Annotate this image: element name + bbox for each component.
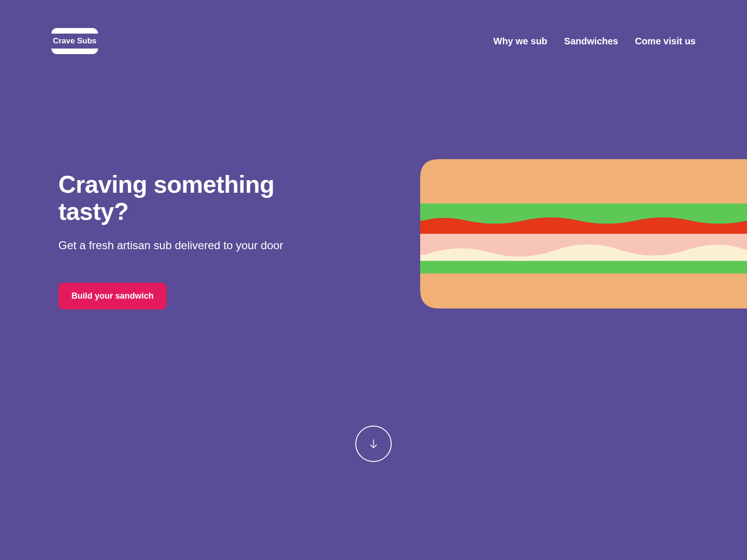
sandwich-bun-top-icon bbox=[51, 28, 98, 34]
nav-link-visit[interactable]: Come visit us bbox=[635, 36, 696, 47]
brand-name: Crave Subs bbox=[53, 34, 97, 49]
hero-subtitle: Get a fresh artisan sub delivered to you… bbox=[58, 236, 301, 255]
nav-link-sandwiches[interactable]: Sandwiches bbox=[564, 36, 618, 47]
nav-link-why[interactable]: Why we sub bbox=[493, 36, 548, 47]
hero-copy: Craving something tasty? Get a fresh art… bbox=[58, 171, 301, 309]
hero-section: Craving something tasty? Get a fresh art… bbox=[0, 171, 747, 309]
header: Crave Subs Why we sub Sandwiches Come vi… bbox=[0, 0, 747, 54]
build-sandwich-button[interactable]: Build your sandwich bbox=[58, 283, 167, 309]
sandwich-illustration bbox=[420, 159, 747, 308]
brand-logo[interactable]: Crave Subs bbox=[51, 28, 98, 54]
scroll-down-button[interactable] bbox=[355, 426, 392, 462]
primary-nav: Why we sub Sandwiches Come visit us bbox=[493, 36, 696, 47]
arrow-down-icon bbox=[367, 438, 380, 450]
sandwich-bun-bottom-icon bbox=[51, 49, 98, 54]
hero-title: Craving something tasty? bbox=[58, 171, 301, 225]
